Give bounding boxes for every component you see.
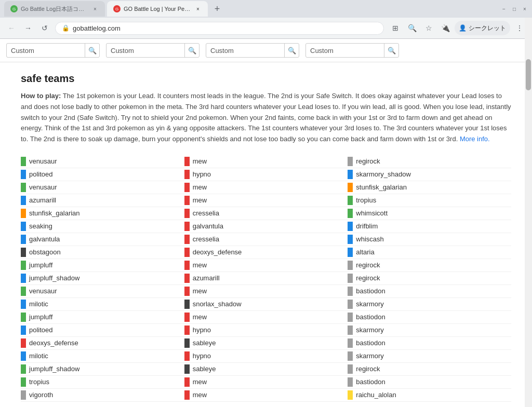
address-bar-row: ← → ↺ 🔒 gobattlelog.com ⊞ 🔍 ☆ 🔌 👤 シークレット… <box>0 18 532 39</box>
profile-button[interactable]: 👤 シークレット <box>455 21 510 35</box>
pokemon-name: venusaur <box>29 287 57 295</box>
minimize-button[interactable]: − <box>501 6 507 12</box>
pokemon-color-indicator <box>21 325 26 335</box>
team-row: mew <box>184 311 348 324</box>
new-tab-button[interactable]: + <box>210 2 224 16</box>
scrollbar[interactable] <box>525 18 532 407</box>
pokemon-color-indicator <box>348 377 353 387</box>
tab-close-2[interactable]: × <box>194 5 202 12</box>
pokemon-color-indicator <box>184 287 190 296</box>
pokemon-name: snorlax_shadow <box>193 300 242 308</box>
page-content: safe teams How to play: The 1st pokemon … <box>0 62 532 407</box>
team-row: vigoroth <box>21 389 184 402</box>
pokemon-name: deoxys_defense <box>193 248 242 256</box>
search-input-4[interactable] <box>306 47 384 55</box>
pokemon-name: jumpluff_shadow <box>29 365 79 373</box>
pokemon-color-indicator <box>184 351 190 361</box>
maximize-button[interactable]: □ <box>511 6 517 12</box>
address-bar[interactable]: 🔒 gobattlelog.com <box>55 22 384 35</box>
tab-gobattlelog[interactable]: G GO Battle Log | Your Personal Ba... × <box>107 1 208 17</box>
pokemon-name: altaria <box>356 248 374 256</box>
search-input-1[interactable] <box>7 47 85 55</box>
teams-grid: venusaurmewregirockpolitoedhypnoskarmory… <box>21 155 511 402</box>
extensions-button[interactable]: 🔌 <box>438 21 453 35</box>
pokemon-name: bastiodon <box>356 378 385 386</box>
team-row: mew <box>184 259 348 272</box>
search-icon-2[interactable]: 🔍 <box>184 44 199 57</box>
tab-gobattlelog-jp[interactable]: G Go Battle Log日本語コンバーター × <box>4 1 105 17</box>
team-row: jumpluff_shadow <box>21 363 184 376</box>
pokemon-color-indicator <box>184 313 190 322</box>
pokemon-color-indicator <box>21 235 26 244</box>
pokemon-name: tropius <box>29 378 49 386</box>
team-row: politoed <box>21 168 184 181</box>
translate-button[interactable]: ⊞ <box>388 21 403 35</box>
pokemon-name: mew <box>193 196 207 204</box>
pokemon-name: mew <box>193 261 207 269</box>
pokemon-name: cresselia <box>193 235 219 243</box>
team-row: skarmory <box>348 298 511 311</box>
pokemon-name: hypno <box>193 170 211 178</box>
search-icon-3[interactable]: 🔍 <box>284 44 299 57</box>
team-row: milotic <box>21 350 184 363</box>
search-group-3: 🔍 <box>206 43 299 58</box>
url-text: gobattlelog.com <box>73 24 377 32</box>
reload-button[interactable]: ↺ <box>38 22 51 34</box>
profile-label: シークレット <box>469 24 506 33</box>
pokemon-name: skarmory <box>356 326 383 334</box>
pokemon-name: drifblim <box>356 222 378 230</box>
pokemon-name: stunfisk_galarian <box>356 183 407 191</box>
pokemon-color-indicator <box>21 183 26 192</box>
team-row: stunfisk_galarian <box>21 207 184 220</box>
pokemon-color-indicator <box>21 300 26 309</box>
pokemon-name: regirock <box>356 274 380 282</box>
pokemon-name: milotic <box>29 300 48 308</box>
pokemon-name: hypno <box>193 326 211 334</box>
more-info-link[interactable]: More info. <box>460 135 490 143</box>
team-row: azumarill <box>21 194 184 207</box>
team-row: mew <box>184 194 348 207</box>
pokemon-name: seaking <box>29 222 52 230</box>
team-row: altaria <box>348 246 511 259</box>
search-icon-1[interactable]: 🔍 <box>85 44 99 57</box>
pokemon-color-indicator <box>184 222 190 231</box>
team-row: stunfisk_galarian <box>348 181 511 194</box>
how-to-play-text: How to play: The 1st pokemon is your Lea… <box>21 91 511 145</box>
team-row: jumpluff <box>21 259 184 272</box>
profile-icon: 👤 <box>459 24 467 32</box>
pokemon-color-indicator <box>348 313 353 322</box>
back-button[interactable]: ← <box>5 22 18 34</box>
search-icon-4[interactable]: 🔍 <box>384 44 398 57</box>
pokemon-color-indicator <box>21 248 26 257</box>
pokemon-color-indicator <box>348 300 353 309</box>
tab-close-1[interactable]: × <box>91 5 99 12</box>
forward-button[interactable]: → <box>22 22 34 34</box>
window-controls: − □ × <box>501 6 528 12</box>
pokemon-color-indicator <box>348 325 353 335</box>
pokemon-color-indicator <box>184 235 190 244</box>
team-row: mew <box>184 376 348 389</box>
team-row: galvantula <box>21 233 184 246</box>
team-row: skarmory <box>348 324 511 337</box>
bookmark-button[interactable]: ☆ <box>421 21 436 35</box>
team-row: mew <box>184 155 348 168</box>
pokemon-color-indicator <box>184 170 190 179</box>
pokemon-color-indicator <box>348 364 353 374</box>
pokemon-name: jumpluff <box>29 313 52 321</box>
how-to-play-body: The 1st pokemon is your Lead. It counter… <box>21 92 511 143</box>
close-button[interactable]: × <box>522 6 528 12</box>
search-group-1: 🔍 <box>6 43 100 58</box>
pokemon-color-indicator <box>348 157 353 166</box>
search-input-2[interactable] <box>107 47 184 55</box>
pokemon-name: vigoroth <box>29 391 53 399</box>
scrollbar-thumb[interactable] <box>526 59 531 90</box>
tab-favicon-1: G <box>10 5 18 12</box>
team-row: regirock <box>348 363 511 376</box>
pokemon-name: regirock <box>356 157 380 165</box>
pokemon-color-indicator <box>21 287 26 296</box>
tab-label-1: Go Battle Log日本語コンバーター <box>21 5 88 13</box>
search-button[interactable]: 🔍 <box>405 21 419 35</box>
pokemon-color-indicator <box>21 313 26 322</box>
pokemon-color-indicator <box>184 325 190 335</box>
search-input-3[interactable] <box>206 47 284 55</box>
